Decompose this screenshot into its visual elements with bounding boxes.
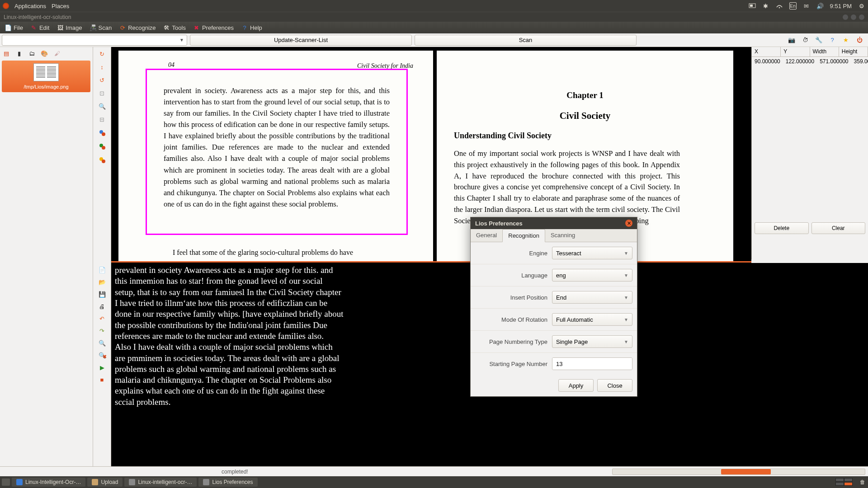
coordinates-panel: X Y Width Height 90.000000 122.000000 57… bbox=[751, 47, 868, 259]
coord-row[interactable]: 90.000000 122.000000 571.000000 359.0000… bbox=[752, 57, 868, 66]
split-divider[interactable] bbox=[111, 261, 751, 263]
taskbar-item-prefs[interactable]: Lios Preferences bbox=[198, 478, 257, 487]
col-x[interactable]: X bbox=[752, 47, 781, 56]
pdf-icon[interactable]: ▤ bbox=[2, 49, 11, 58]
clear-button[interactable]: Clear bbox=[811, 222, 866, 234]
save-icon[interactable]: 💾 bbox=[99, 291, 106, 298]
places-menu[interactable]: Places bbox=[52, 3, 69, 9]
menu-recognize[interactable]: ⟳Recognize bbox=[116, 23, 158, 32]
show-desktop-icon[interactable] bbox=[2, 479, 10, 486]
sidebar-tool-row: ▤ ▮ 🗂 🎨 🖌 bbox=[2, 49, 61, 58]
starting-page-spinner[interactable]: − + bbox=[552, 357, 632, 370]
dialog-close-button[interactable]: ✕ bbox=[625, 220, 632, 227]
menu-scan[interactable]: 📠Scan bbox=[87, 23, 115, 32]
select-language[interactable]: eng▼ bbox=[552, 269, 632, 282]
left-page-number: 04 bbox=[168, 61, 175, 69]
image-preview[interactable]: 04 Civil Society for India prevalent in … bbox=[111, 47, 751, 263]
keyboard-layout-indicator[interactable]: En bbox=[789, 2, 797, 9]
wrench-icon[interactable]: 🔧 bbox=[814, 35, 824, 45]
redo-icon[interactable]: ↷ bbox=[99, 328, 104, 334]
workspace-switcher[interactable] bbox=[835, 478, 854, 486]
select-page-numbering-type[interactable]: Single Page▼ bbox=[552, 335, 632, 348]
menu-image[interactable]: 🖼Image bbox=[54, 23, 85, 32]
screen-icon[interactable] bbox=[749, 2, 756, 9]
stop-icon[interactable]: ■ bbox=[100, 376, 104, 383]
mail-icon[interactable]: ✉ bbox=[803, 2, 810, 9]
left-page-body: prevalent in society. Awareness acts as … bbox=[164, 85, 390, 210]
col-height[interactable]: Height bbox=[839, 47, 868, 56]
region-red-icon[interactable] bbox=[99, 129, 106, 136]
thumbnail-sidebar: ▤ ▮ 🗂 🎨 🖌 /tmp/Lios/image.png bbox=[0, 47, 93, 466]
taskbar-item-upload[interactable]: Upload bbox=[87, 478, 123, 487]
svg-point-4 bbox=[102, 132, 105, 136]
close-window-button[interactable] bbox=[859, 14, 864, 20]
chevron-down-icon: ▼ bbox=[624, 273, 628, 278]
tab-recognition[interactable]: Recognition bbox=[502, 229, 545, 242]
undo-icon[interactable]: ↶ bbox=[99, 315, 104, 322]
menu-help[interactable]: ?Help bbox=[238, 23, 265, 32]
taskbar-item-lios-window[interactable]: Linux-intelligent-ocr-… bbox=[124, 478, 197, 487]
wifi-icon[interactable] bbox=[776, 2, 783, 9]
select-insert-position[interactable]: End▼ bbox=[552, 291, 632, 304]
left-page-continuation: I feel that some of the glaring socio-cu… bbox=[173, 249, 390, 257]
minimize-button[interactable] bbox=[843, 14, 848, 20]
help-toolbar-icon[interactable]: ? bbox=[827, 35, 837, 45]
val-y: 122.000000 bbox=[783, 57, 817, 66]
scan-button[interactable]: Scan bbox=[415, 35, 637, 46]
region-yellow-icon[interactable] bbox=[99, 156, 106, 164]
window-title: Linux-intelligent-ocr-solution bbox=[4, 14, 71, 20]
clock[interactable]: 9:51 PM bbox=[830, 3, 852, 9]
scanner-combo[interactable]: ▼ bbox=[2, 35, 187, 46]
select-engine[interactable]: Tesseract▼ bbox=[552, 247, 632, 259]
rotate-ccw-icon[interactable]: ↺ bbox=[99, 77, 104, 84]
select-rotation-mode[interactable]: Full Automatic▼ bbox=[552, 313, 632, 326]
menu-bar: 📄File ✎Edit 🖼Image 📠Scan ⟳Recognize 🛠Too… bbox=[0, 22, 868, 33]
power-menu-icon[interactable]: ⚙ bbox=[858, 2, 865, 9]
ubuntu-logo-icon bbox=[3, 3, 9, 9]
dark-page-icon[interactable]: ▮ bbox=[14, 49, 24, 58]
zoom-out-icon[interactable]: ⊟ bbox=[99, 116, 104, 123]
menu-preferences[interactable]: ✖Preferences bbox=[190, 23, 236, 32]
starting-page-input[interactable] bbox=[552, 358, 632, 370]
menu-edit[interactable]: ✎Edit bbox=[28, 23, 52, 32]
chevron-down-icon: ▼ bbox=[624, 339, 628, 344]
col-y[interactable]: Y bbox=[781, 47, 810, 56]
dialog-title-bar[interactable]: Lios Preferences ✕ bbox=[471, 217, 637, 229]
find-icon[interactable]: 🔍 bbox=[99, 340, 106, 347]
col-width[interactable]: Width bbox=[810, 47, 839, 56]
print-icon[interactable]: 🖨 bbox=[99, 303, 105, 310]
folder-img-icon[interactable]: 🗂 bbox=[27, 49, 36, 58]
region-green-icon[interactable] bbox=[99, 143, 106, 150]
camera-icon[interactable]: 📷 bbox=[787, 35, 797, 45]
apply-button[interactable]: Apply bbox=[558, 379, 594, 392]
play-icon[interactable]: ▶ bbox=[100, 364, 104, 371]
volume-icon[interactable]: 🔊 bbox=[816, 2, 824, 9]
new-text-icon[interactable]: 📄 bbox=[99, 267, 106, 273]
brush-icon[interactable]: 🖌 bbox=[52, 49, 61, 58]
tools-icon: 🛠 bbox=[163, 24, 170, 31]
zoom-reset-icon[interactable]: ⊡ bbox=[99, 90, 104, 97]
maximize-button[interactable] bbox=[851, 14, 856, 20]
trash-icon[interactable]: 🗑 bbox=[859, 479, 866, 486]
taskbar-item-lios-main[interactable]: Linux-Intelligent-Ocr-… bbox=[12, 478, 85, 487]
rotate-cw-icon[interactable]: ↻ bbox=[99, 51, 104, 57]
delete-button[interactable]: Delete bbox=[755, 222, 809, 234]
close-button[interactable]: Close bbox=[597, 379, 632, 392]
menu-tools[interactable]: 🛠Tools bbox=[160, 23, 189, 32]
flip-v-icon[interactable]: ↕ bbox=[100, 64, 104, 70]
zoom-icon[interactable]: 🔍 bbox=[99, 103, 106, 110]
menu-file[interactable]: 📄File bbox=[2, 23, 26, 32]
bluetooth-icon[interactable]: ✱ bbox=[762, 2, 769, 9]
timer-icon[interactable]: ⏱ bbox=[800, 35, 810, 45]
thumbnail-item[interactable]: /tmp/Lios/image.png bbox=[2, 61, 90, 92]
tab-scanning[interactable]: Scanning bbox=[545, 229, 580, 242]
label-insert-position: Insert Position bbox=[475, 294, 547, 301]
open-folder-icon[interactable]: 📂 bbox=[99, 279, 106, 286]
star-icon[interactable]: ★ bbox=[841, 35, 851, 45]
find-clear-icon[interactable]: 🔍✖ bbox=[99, 352, 106, 359]
palette-icon[interactable]: 🎨 bbox=[40, 49, 49, 58]
update-scanner-button[interactable]: Update-Scanner-List bbox=[190, 35, 412, 46]
applications-menu[interactable]: Applications bbox=[14, 3, 46, 9]
tab-general[interactable]: General bbox=[471, 229, 502, 242]
power-icon[interactable]: ⏻ bbox=[854, 35, 864, 45]
